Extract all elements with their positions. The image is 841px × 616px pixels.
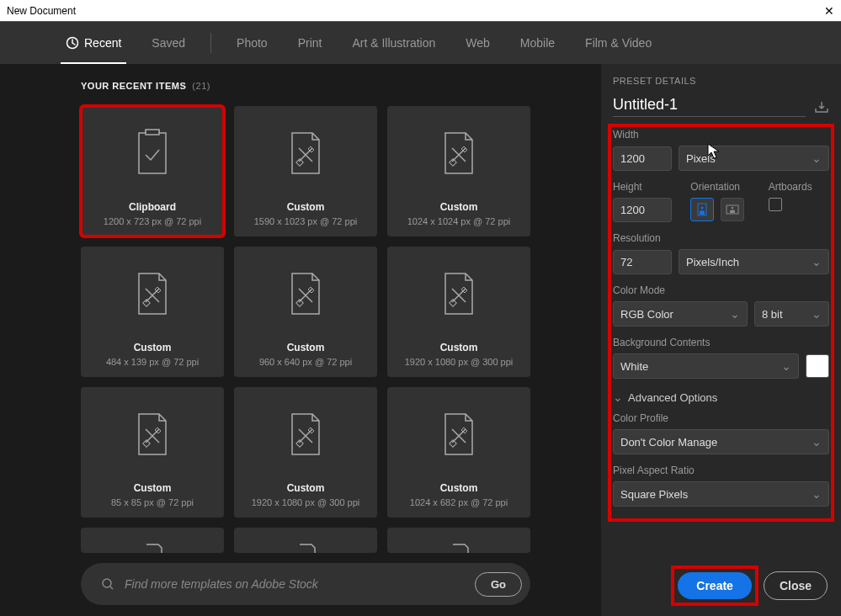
card-dimensions: 484 x 139 px @ 72 ppi xyxy=(106,357,199,367)
chevron-down-icon: ⌄ xyxy=(812,151,822,165)
tab-photo[interactable]: Photo xyxy=(221,22,283,64)
colormode-label: Color Mode xyxy=(613,284,829,296)
chevron-down-icon: ⌄ xyxy=(812,307,822,321)
card-label: Clipboard xyxy=(129,201,176,213)
colordepth-select[interactable]: 8 bit ⌄ xyxy=(754,301,829,327)
document-icon xyxy=(387,387,530,481)
preset-card-custom[interactable]: Custom1920 x 1080 px @ 300 ppi xyxy=(234,387,377,518)
document-name-input[interactable]: Untitled-1 xyxy=(613,96,806,117)
bgcontents-label: Background Contents xyxy=(613,337,829,348)
card-dimensions: 85 x 85 px @ 72 ppi xyxy=(111,497,194,507)
chevron-down-icon: ⌄ xyxy=(730,307,740,321)
advanced-options-toggle[interactable]: ⌄ Advanced Options xyxy=(613,390,829,404)
preset-card-custom[interactable]: Custom1590 x 1023 px @ 72 ppi xyxy=(234,106,377,236)
orientation-label: Orientation xyxy=(690,181,751,193)
preset-card-clipboard[interactable]: Clipboard1200 x 723 px @ 72 ppi xyxy=(81,106,224,236)
svg-rect-1 xyxy=(146,130,159,135)
card-label: Custom xyxy=(134,482,172,494)
card-label: Custom xyxy=(440,201,478,213)
tab-print[interactable]: Print xyxy=(283,22,338,64)
clipboard-icon xyxy=(81,106,224,199)
tab-saved[interactable]: Saved xyxy=(136,22,200,64)
card-label: Custom xyxy=(287,342,325,353)
bgcolor-swatch[interactable] xyxy=(806,354,829,378)
chevron-down-icon: ⌄ xyxy=(781,359,791,373)
chevron-down-icon: ⌄ xyxy=(812,487,822,501)
preset-card-custom[interactable]: Custom1920 x 1080 px @ 300 ppi xyxy=(387,247,530,377)
card-label: Custom xyxy=(440,482,478,494)
card-label: Custom xyxy=(287,482,325,494)
document-icon xyxy=(81,387,224,481)
resolution-input[interactable]: 72 xyxy=(613,250,672,274)
card-dimensions: 1920 x 1080 px @ 300 ppi xyxy=(405,357,514,367)
colormode-select[interactable]: RGB Color ⌄ xyxy=(613,301,748,327)
card-label: Custom xyxy=(440,342,478,353)
save-preset-icon[interactable] xyxy=(814,100,829,114)
colorprofile-select[interactable]: Don't Color Manage ⌄ xyxy=(613,429,829,454)
preset-header: PRESET DETAILS xyxy=(613,76,829,86)
document-icon xyxy=(387,247,530,340)
recent-items-panel: YOUR RECENT ITEMS (21) Clipboard1200 x 7… xyxy=(0,64,601,616)
window-title: New Document xyxy=(7,5,76,17)
divider xyxy=(210,33,211,53)
preset-form-highlight: Width 1200 Pixels ⌄ Height 1200 Orientat… xyxy=(609,125,833,520)
go-button[interactable]: Go xyxy=(475,572,522,597)
document-icon xyxy=(81,247,224,340)
pixelratio-label: Pixel Aspect Ratio xyxy=(613,465,829,476)
width-unit-select[interactable]: Pixels ⌄ xyxy=(679,146,829,171)
document-icon xyxy=(387,106,530,199)
card-dimensions: 1024 x 682 px @ 72 ppi xyxy=(410,497,508,507)
pixelratio-select[interactable]: Square Pixels ⌄ xyxy=(613,481,829,507)
bgcontents-select[interactable]: White ⌄ xyxy=(613,353,799,379)
clock-icon xyxy=(66,36,79,50)
chevron-down-icon: ⌄ xyxy=(812,435,822,449)
svg-point-12 xyxy=(701,207,704,210)
section-heading: YOUR RECENT ITEMS (21) xyxy=(81,81,584,91)
preset-card-custom[interactable]: Custom960 x 640 px @ 72 ppi xyxy=(234,247,377,377)
chevron-down-icon: ⌄ xyxy=(613,390,623,404)
chevron-down-icon: ⌄ xyxy=(812,255,822,268)
create-button[interactable]: Create xyxy=(678,572,752,599)
resolution-unit-select[interactable]: Pixels/Inch ⌄ xyxy=(679,249,829,274)
card-dimensions: 1200 x 723 px @ 72 ppi xyxy=(104,216,201,226)
width-label: Width xyxy=(613,129,829,141)
card-dimensions: 1024 x 1024 px @ 72 ppi xyxy=(407,216,510,226)
tab-web[interactable]: Web xyxy=(450,22,505,64)
create-button-highlight: Create xyxy=(674,569,755,603)
document-icon xyxy=(234,247,377,340)
artboards-label: Artboards xyxy=(769,181,829,193)
search-placeholder: Find more templates on Adobe Stock xyxy=(125,577,475,591)
width-input[interactable]: 1200 xyxy=(613,146,672,171)
close-button[interactable]: Close xyxy=(764,571,828,600)
tab-film-video[interactable]: Film & Video xyxy=(570,22,667,64)
card-dimensions: 1920 x 1080 px @ 300 ppi xyxy=(252,497,360,507)
preset-card-custom[interactable]: Custom85 x 85 px @ 72 ppi xyxy=(81,387,224,518)
category-tabs: Recent Saved Photo Print Art & Illustrat… xyxy=(0,22,841,64)
orientation-landscape-button[interactable] xyxy=(721,198,744,221)
tab-mobile[interactable]: Mobile xyxy=(505,22,570,64)
preset-card-custom[interactable]: Custom1024 x 1024 px @ 72 ppi xyxy=(387,106,530,236)
tab-recent[interactable]: Recent xyxy=(51,22,136,64)
preset-card[interactable] xyxy=(234,528,377,553)
orientation-portrait-button[interactable] xyxy=(690,198,714,221)
preset-card-custom[interactable]: Custom484 x 139 px @ 72 ppi xyxy=(81,247,224,377)
stock-search[interactable]: Find more templates on Adobe Stock Go xyxy=(81,563,530,605)
resolution-label: Resolution xyxy=(613,232,829,244)
height-label: Height xyxy=(613,181,673,193)
search-icon xyxy=(101,577,114,591)
tab-art-illustration[interactable]: Art & Illustration xyxy=(337,22,450,64)
svg-point-14 xyxy=(732,207,733,209)
svg-point-10 xyxy=(103,579,111,587)
card-dimensions: 1590 x 1023 px @ 72 ppi xyxy=(254,216,357,226)
preset-card-custom[interactable]: Custom1024 x 682 px @ 72 ppi xyxy=(387,387,530,518)
card-label: Custom xyxy=(134,342,172,353)
document-icon xyxy=(234,106,377,199)
preset-card[interactable] xyxy=(81,528,224,553)
preset-card[interactable] xyxy=(387,528,530,553)
height-input[interactable]: 1200 xyxy=(613,198,672,222)
colorprofile-label: Color Profile xyxy=(613,412,829,424)
window-titlebar: New Document ✕ xyxy=(0,0,841,22)
window-close-icon[interactable]: ✕ xyxy=(824,4,834,18)
card-dimensions: 960 x 640 px @ 72 ppi xyxy=(259,357,352,367)
artboards-checkbox[interactable] xyxy=(769,198,782,211)
